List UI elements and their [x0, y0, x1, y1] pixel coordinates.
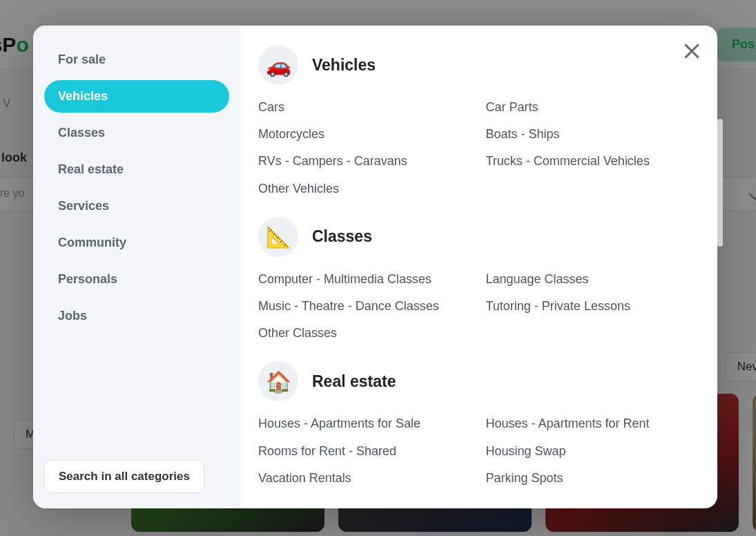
category-link[interactable]: Boats - Ships: [486, 126, 700, 143]
category-link[interactable]: Houses - Apartments for Sale: [258, 415, 472, 432]
category-link[interactable]: RVs - Campers - Caravans: [258, 153, 472, 170]
category-link[interactable]: Cars: [258, 99, 472, 116]
category-link[interactable]: Parking Spots: [486, 470, 700, 487]
house-icon: 🏠: [258, 361, 298, 401]
category-link[interactable]: Tutoring - Private Lessons: [486, 298, 700, 315]
category-link[interactable]: Trucks - Commercial Vehicles: [486, 153, 700, 170]
category-link[interactable]: Rooms for Rent - Shared: [258, 443, 472, 460]
category-link[interactable]: Houses - Apartments for Rent: [486, 415, 700, 432]
category-link[interactable]: Music - Theatre - Dance Classes: [258, 298, 472, 315]
sidebar-item-vehicles[interactable]: Vehicles: [44, 80, 229, 113]
car-icon: 🚗: [258, 45, 298, 85]
sidebar-item-for-sale[interactable]: For sale: [44, 44, 229, 76]
category-link[interactable]: Car Parts: [486, 99, 700, 116]
category-link[interactable]: Other Classes: [258, 325, 472, 342]
sidebar-item-services[interactable]: Services: [44, 190, 229, 222]
modal-sidebar: For sale Vehicles Classes Real estate Se…: [33, 26, 240, 508]
sidebar-item-community[interactable]: Community: [44, 227, 229, 259]
category-link[interactable]: Motorcycles: [258, 126, 472, 143]
sidebar-item-classes[interactable]: Classes: [44, 117, 229, 149]
section-head: 🚗 Vehicles: [258, 45, 699, 85]
close-button[interactable]: [681, 41, 702, 61]
section-title: Classes: [312, 227, 372, 246]
category-link[interactable]: Language Classes: [486, 271, 700, 288]
modal-content: 🚗 Vehicles Cars Car Parts Motorcycles Bo…: [240, 26, 717, 508]
section-vehicles: 🚗 Vehicles Cars Car Parts Motorcycles Bo…: [258, 45, 699, 198]
sidebar-list: For sale Vehicles Classes Real estate Se…: [44, 44, 229, 460]
category-modal: For sale Vehicles Classes Real estate Se…: [33, 26, 717, 508]
section-title: Vehicles: [312, 56, 376, 75]
section-classes: 📐 Classes Computer - Multimedia Classes …: [258, 217, 699, 343]
sidebar-item-personals[interactable]: Personals: [44, 263, 229, 296]
category-link[interactable]: Housing Swap: [486, 443, 700, 460]
category-link[interactable]: Other Vehicles: [258, 180, 472, 198]
category-link[interactable]: Computer - Multimedia Classes: [258, 271, 472, 288]
section-grid: Cars Car Parts Motorcycles Boats - Ships…: [258, 99, 699, 198]
section-real-estate: 🏠 Real estate Houses - Apartments for Sa…: [258, 361, 699, 487]
close-icon: [681, 41, 702, 61]
scrollbar-thumb[interactable]: [717, 119, 723, 247]
section-head: 📐 Classes: [258, 217, 699, 257]
category-link[interactable]: Vacation Rentals: [258, 470, 472, 487]
sidebar-item-real-estate[interactable]: Real estate: [44, 153, 229, 186]
section-grid: Computer - Multimedia Classes Language C…: [258, 271, 699, 343]
search-all-categories-button[interactable]: Search in all categories: [44, 460, 204, 493]
section-title: Real estate: [312, 372, 396, 391]
section-head: 🏠 Real estate: [258, 361, 699, 401]
board-icon: 📐: [258, 217, 298, 257]
sidebar-item-jobs[interactable]: Jobs: [44, 300, 229, 332]
section-grid: Houses - Apartments for Sale Houses - Ap…: [258, 415, 699, 487]
